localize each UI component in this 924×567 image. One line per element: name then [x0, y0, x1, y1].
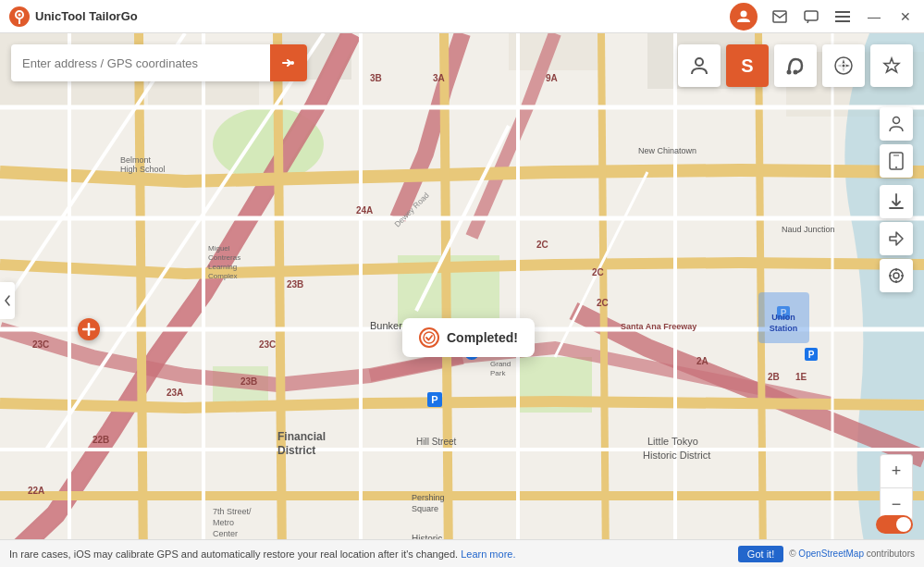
- right-tools: [880, 107, 913, 292]
- svg-rect-3: [773, 11, 786, 22]
- completed-popup: Completed!: [402, 318, 535, 357]
- favorite-button[interactable]: [870, 44, 913, 87]
- svg-point-83: [696, 58, 703, 66]
- menu-button[interactable]: [828, 2, 857, 31]
- svg-point-2: [741, 10, 747, 17]
- mail-button[interactable]: [765, 2, 795, 31]
- svg-rect-4: [805, 11, 818, 20]
- app-title: UnicTool TailorGo: [35, 9, 138, 23]
- address-input[interactable]: [11, 56, 270, 70]
- svg-text:9A: 9A: [546, 73, 558, 83]
- svg-text:Park: Park: [490, 369, 506, 377]
- target-button[interactable]: [880, 259, 913, 292]
- svg-text:Historic District: Historic District: [643, 450, 710, 461]
- svg-text:23B: 23B: [240, 376, 257, 387]
- svg-text:22B: 22B: [92, 435, 109, 445]
- route-s-icon: S: [741, 55, 753, 77]
- svg-point-91: [895, 166, 897, 168]
- logo-area: UnicTool TailorGo: [0, 6, 147, 27]
- svg-text:Santa Ana Freeway: Santa Ana Freeway: [621, 322, 696, 331]
- svg-point-88: [424, 332, 435, 343]
- svg-text:Little Tokyo: Little Tokyo: [647, 436, 698, 447]
- person-tool-button[interactable]: [678, 44, 721, 87]
- svg-text:7th Street/: 7th Street/: [213, 507, 252, 516]
- svg-text:2C: 2C: [597, 298, 609, 308]
- svg-point-1: [18, 13, 21, 16]
- svg-text:23A: 23A: [166, 388, 183, 398]
- svg-text:23C: 23C: [259, 339, 276, 350]
- svg-text:Complex: Complex: [208, 272, 238, 280]
- tool-buttons: S: [678, 44, 913, 87]
- svg-text:Grand: Grand: [490, 360, 511, 368]
- svg-text:High School: High School: [120, 165, 166, 174]
- svg-text:P: P: [808, 350, 815, 360]
- zoom-controls: + −: [880, 454, 913, 521]
- svg-point-85: [794, 70, 798, 75]
- svg-text:Contreras: Contreras: [208, 253, 240, 262]
- osm-link[interactable]: OpenStreetMap: [798, 549, 864, 559]
- title-actions: — ✕: [765, 2, 924, 31]
- svg-text:2C: 2C: [592, 267, 604, 277]
- search-bar: [11, 44, 307, 81]
- add-location-button[interactable]: [78, 318, 100, 340]
- svg-text:Belmont: Belmont: [120, 155, 152, 165]
- osm-credit: © OpenStreetMap contributors: [789, 549, 915, 559]
- svg-text:22A: 22A: [28, 486, 44, 496]
- got-it-button[interactable]: Got it!: [738, 546, 783, 562]
- svg-text:New Chinatown: New Chinatown: [638, 146, 696, 155]
- completed-text: Completed!: [447, 330, 518, 345]
- bottom-bar: In rare cases, iOS may calibrate GPS and…: [0, 539, 924, 567]
- map-area: P P P Union Station Belmont High School …: [0, 33, 924, 567]
- location-arrow-button[interactable]: [880, 222, 913, 255]
- svg-rect-5: [835, 11, 850, 13]
- svg-text:2B: 2B: [768, 372, 780, 382]
- svg-text:Financial: Financial: [277, 430, 326, 443]
- route-s-button[interactable]: S: [726, 44, 769, 87]
- title-bar: UnicTool TailorGo —: [0, 0, 924, 33]
- app-logo-icon: [9, 6, 30, 27]
- bottom-message: In rare cases, iOS may calibrate GPS and…: [9, 549, 733, 560]
- svg-text:Square: Square: [412, 504, 438, 513]
- svg-point-94: [893, 273, 899, 278]
- svg-text:1E: 1E: [795, 372, 807, 382]
- phone-button[interactable]: [880, 144, 913, 178]
- svg-text:Station: Station: [770, 324, 798, 333]
- svg-point-93: [890, 269, 903, 282]
- svg-text:P: P: [431, 394, 437, 405]
- compass-button[interactable]: [822, 44, 865, 87]
- svg-text:3A: 3A: [433, 73, 445, 83]
- svg-text:Hill Street: Hill Street: [416, 437, 457, 447]
- svg-point-84: [787, 70, 792, 75]
- svg-text:Pershing: Pershing: [412, 493, 445, 502]
- learn-more-link[interactable]: Learn more.: [461, 549, 515, 560]
- svg-text:Union: Union: [771, 313, 795, 322]
- search-go-button[interactable]: [270, 44, 307, 81]
- chat-button[interactable]: [796, 2, 826, 31]
- route-curve-button[interactable]: [774, 44, 817, 87]
- check-icon: [419, 327, 439, 348]
- sidebar-toggle[interactable]: [0, 282, 15, 319]
- svg-text:Naud Junction: Naud Junction: [782, 225, 835, 234]
- minimize-button[interactable]: —: [859, 2, 889, 31]
- svg-text:Metro: Metro: [213, 518, 234, 527]
- toggle-switch[interactable]: [876, 515, 913, 534]
- zoom-in-button[interactable]: +: [880, 454, 913, 487]
- svg-point-89: [893, 117, 900, 124]
- download-button[interactable]: [880, 185, 913, 218]
- svg-text:District: District: [277, 444, 315, 457]
- toggle-knob: [896, 517, 911, 532]
- person-location-button[interactable]: [880, 107, 913, 141]
- svg-text:3B: 3B: [370, 73, 382, 83]
- svg-text:Learning: Learning: [208, 263, 237, 271]
- toggle-area[interactable]: [876, 515, 913, 534]
- svg-rect-6: [835, 16, 850, 18]
- svg-text:2C: 2C: [536, 240, 548, 250]
- svg-text:23C: 23C: [32, 339, 49, 350]
- svg-rect-7: [835, 20, 850, 22]
- svg-point-82: [290, 61, 294, 65]
- svg-text:23B: 23B: [287, 279, 303, 290]
- svg-text:Miguel: Miguel: [208, 244, 230, 253]
- close-button[interactable]: ✕: [891, 2, 920, 31]
- svg-text:Center: Center: [213, 529, 238, 538]
- avatar-button[interactable]: [730, 3, 758, 31]
